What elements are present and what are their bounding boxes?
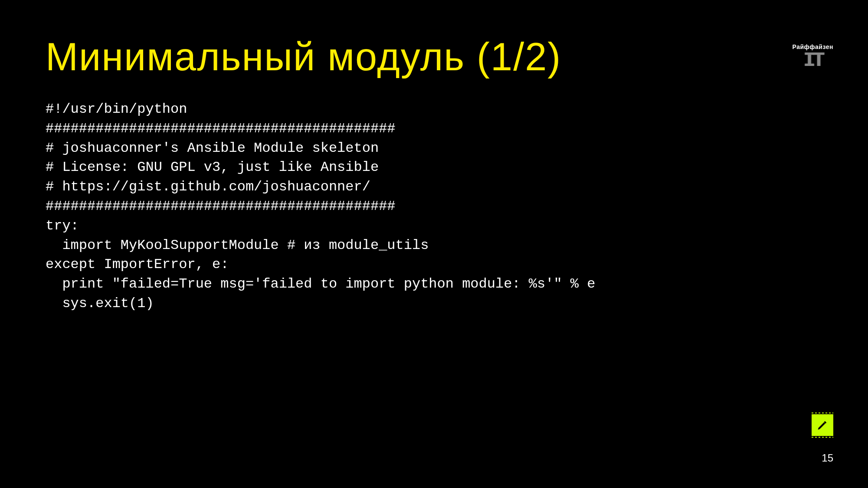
pencil-icon — [812, 414, 833, 436]
slide: Минимальный модуль (1/2) #!/usr/bin/pyth… — [0, 0, 868, 488]
pencil-badge — [812, 414, 833, 436]
brand-logo: Райффайзен IT — [793, 43, 833, 70]
code-block: #!/usr/bin/python ######################… — [46, 100, 595, 314]
slide-title: Минимальный модуль (1/2) — [46, 35, 561, 79]
brand-subtext: IT — [793, 52, 833, 70]
page-number: 15 — [822, 452, 833, 464]
